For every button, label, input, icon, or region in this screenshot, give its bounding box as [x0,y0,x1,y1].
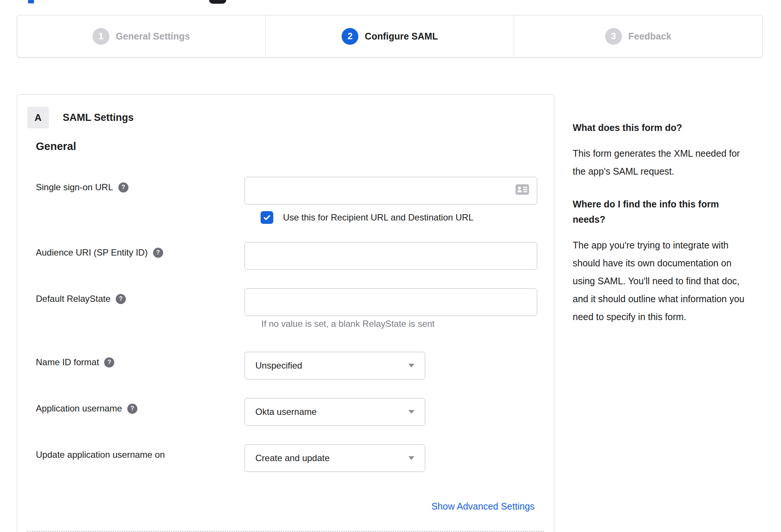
chevron-down-icon [408,456,414,460]
audience-uri-input[interactable] [245,242,537,270]
application-username-value: Okta username [255,407,317,417]
help-icon[interactable]: ? [127,404,137,414]
name-id-format-label-text: Name ID format [36,356,99,368]
recipient-url-checkbox-label: Use this for Recipient URL and Destinati… [283,212,473,223]
step-2-badge: 2 [342,28,358,45]
panel-header: A SAML Settings [27,107,134,128]
audience-uri-label-text: Audience URI (SP Entity ID) [36,247,148,259]
section-a-badge: A [27,107,49,128]
okta-saml-setup-screen: 1 General Settings 2 Configure SAML 3 Fe… [0,0,781,532]
step-2-label: Configure SAML [365,31,438,42]
step-3-badge: 3 [605,28,622,45]
sso-url-input[interactable] [245,177,537,204]
general-section-heading: General [36,140,76,153]
recipient-url-checkbox[interactable] [261,211,273,224]
cutoff-artifact-blue [28,0,34,3]
name-id-format-value: Unspecified [255,360,302,371]
help-sidebar: What does this form do? This form genera… [573,120,744,342]
sidebar-paragraph-what: This form generates the XML needed for t… [573,144,744,180]
help-icon[interactable]: ? [104,357,114,367]
sidebar-paragraph-where: The app you're trying to integrate with … [573,236,744,326]
relaystate-hint: If no value is set, a blank RelayState i… [261,319,435,329]
step-3-label: Feedback [628,31,671,42]
audience-uri-input-wrap [245,242,537,270]
cutoff-artifact-dark [209,0,226,4]
audience-uri-label: Audience URI (SP Entity ID) ? [36,247,163,259]
update-username-label-text: Update application username on [36,449,165,461]
recipient-url-checkbox-row: Use this for Recipient URL and Destinati… [261,211,473,224]
relaystate-input-wrap [245,288,537,316]
sso-url-label-text: Single sign-on URL [36,181,113,193]
sso-url-input-wrap [245,177,537,204]
update-username-label: Update application username on [36,449,165,461]
update-username-value: Create and update [255,453,330,463]
name-id-format-label: Name ID format ? [36,356,114,368]
panel-title: SAML Settings [63,112,134,123]
chevron-down-icon [408,410,414,414]
application-username-select[interactable]: Okta username [245,398,425,426]
saml-settings-panel: A SAML Settings General Single sign-on U… [17,94,554,532]
step-feedback[interactable]: 3 Feedback [514,15,762,57]
wizard-stepper: 1 General Settings 2 Configure SAML 3 Fe… [17,15,763,57]
help-icon[interactable]: ? [118,182,128,193]
sidebar-heading-where: Where do I find the info this form needs… [573,197,744,227]
relaystate-label-text: Default RelayState [36,293,111,305]
application-username-label: Application username ? [36,403,137,414]
step-1-label: General Settings [116,31,190,42]
step-configure-saml[interactable]: 2 Configure SAML [265,15,514,57]
step-1-badge: 1 [93,28,109,45]
relaystate-input[interactable] [245,288,537,316]
help-icon[interactable]: ? [153,248,163,258]
relaystate-label: Default RelayState ? [36,293,126,305]
update-username-select[interactable]: Create and update [245,444,425,472]
show-advanced-settings-link[interactable]: Show Advanced Settings [431,501,535,512]
sidebar-heading-what: What does this form do? [573,120,744,135]
step-general-settings[interactable]: 1 General Settings [17,15,265,57]
sso-url-label: Single sign-on URL ? [36,181,128,193]
application-username-label-text: Application username [36,403,122,414]
help-icon[interactable]: ? [116,294,126,304]
chevron-down-icon [408,364,414,367]
name-id-format-select[interactable]: Unspecified [245,352,425,379]
checkmark-icon [263,213,271,222]
